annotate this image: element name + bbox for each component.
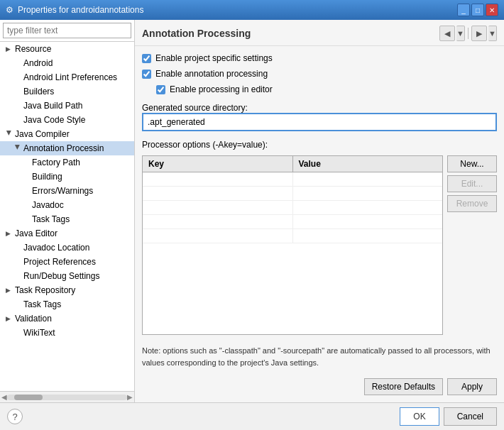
tree-arrow-validation: ▶ bbox=[6, 315, 13, 322]
tree-item-building[interactable]: ▶ Building bbox=[0, 170, 134, 184]
tree-item-task-tags-child[interactable]: ▶ Task Tags bbox=[0, 212, 134, 226]
table-action-buttons: New... Edit... Remove bbox=[447, 155, 497, 335]
remove-button[interactable]: Remove bbox=[447, 195, 497, 212]
tree-item-resource[interactable]: ▶ Resource bbox=[0, 42, 134, 56]
scroll-thumb[interactable] bbox=[14, 395, 43, 400]
processing-editor-row: Enable processing in editor bbox=[142, 84, 497, 94]
tree-label-android-lint: Android Lint Preferences bbox=[23, 72, 117, 82]
filter-box bbox=[0, 20, 134, 42]
restore-defaults-button[interactable]: Restore Defaults bbox=[364, 378, 443, 395]
note-text: Note: options such as "-classpath" and "… bbox=[142, 341, 497, 371]
new-button[interactable]: New... bbox=[447, 155, 497, 172]
note-content: Note: options such as "-classpath" and "… bbox=[142, 346, 491, 367]
window-icon: ⚙ bbox=[6, 5, 13, 15]
table-cell-value bbox=[293, 172, 443, 186]
tree-item-java-build-path[interactable]: ▶ Java Build Path bbox=[0, 99, 134, 113]
tree-arrow-java-editor: ▶ bbox=[6, 230, 13, 237]
tree-item-project-references[interactable]: ▶ Project References bbox=[0, 255, 134, 269]
tree-label-run-debug: Run/Debug Settings bbox=[23, 271, 99, 281]
tree-label-project-references: Project References bbox=[23, 257, 96, 267]
table-cell-key bbox=[143, 187, 293, 200]
tree-label-java-build-path: Java Build Path bbox=[23, 101, 82, 111]
tree-item-javadoc[interactable]: ▶ Javadoc bbox=[0, 198, 134, 212]
close-button[interactable]: ✕ bbox=[486, 4, 498, 16]
table-cell-value bbox=[293, 215, 443, 228]
tree-item-java-compiler[interactable]: ▶ Java Compiler bbox=[0, 127, 134, 141]
tree-container: ▶ Resource ▶ Android ▶ Android Lint Pref… bbox=[0, 42, 134, 391]
tree-item-builders[interactable]: ▶ Builders bbox=[0, 84, 134, 99]
right-panel: Annotation Processing ◀ ▼ ▶ ▼ bbox=[135, 20, 504, 402]
right-body: Enable project specific settings Enable … bbox=[135, 46, 504, 402]
table-row bbox=[143, 215, 442, 229]
filter-input[interactable] bbox=[3, 23, 131, 38]
help-button[interactable]: ? bbox=[7, 409, 23, 424]
footer-bar: ? OK Cancel bbox=[0, 402, 504, 430]
edit-button[interactable]: Edit... bbox=[447, 175, 497, 192]
table-cell-key bbox=[143, 215, 293, 228]
tree-item-android-lint[interactable]: ▶ Android Lint Preferences bbox=[0, 70, 134, 84]
annotation-processing-checkbox[interactable] bbox=[142, 70, 151, 79]
project-specific-checkbox[interactable] bbox=[142, 54, 151, 63]
tree-label-wikitext: WikiText bbox=[23, 328, 55, 338]
tree-item-java-code-style[interactable]: ▶ Java Code Style bbox=[0, 113, 134, 127]
minimize-button[interactable]: _ bbox=[457, 4, 470, 16]
tree-item-java-editor[interactable]: ▶ Java Editor bbox=[0, 226, 134, 241]
tree-item-task-repository[interactable]: ▶ Task Repository bbox=[0, 283, 134, 297]
tree-label-resource: Resource bbox=[15, 44, 51, 54]
tree-label-validation: Validation bbox=[15, 314, 52, 324]
tree-label-errors-warnings: Errors/Warnings bbox=[32, 186, 93, 196]
tree-item-run-debug[interactable]: ▶ Run/Debug Settings bbox=[0, 269, 134, 283]
tree-label-java-code-style: Java Code Style bbox=[23, 115, 85, 125]
table-cell-key bbox=[143, 201, 293, 214]
window-title: Properties for androidannotations bbox=[18, 5, 143, 15]
back-dropdown-icon: ▼ bbox=[456, 29, 464, 38]
table-row bbox=[143, 201, 442, 215]
tree-arrow-resource: ▶ bbox=[6, 45, 13, 53]
main-content: ▶ Resource ▶ Android ▶ Android Lint Pref… bbox=[0, 20, 504, 402]
nav-back-button[interactable]: ◀ bbox=[439, 26, 455, 41]
annotation-processing-label: Enable annotation processing bbox=[155, 69, 268, 79]
generated-source-input[interactable] bbox=[142, 113, 497, 131]
ok-button[interactable]: OK bbox=[400, 407, 439, 426]
processing-editor-label: Enable processing in editor bbox=[170, 84, 273, 94]
tree-item-validation[interactable]: ▶ Validation bbox=[0, 312, 134, 326]
nav-forward-dropdown[interactable]: ▼ bbox=[488, 26, 497, 41]
tree-item-javadoc-location[interactable]: ▶ Javadoc Location bbox=[0, 241, 134, 255]
back-arrow-icon: ◀ bbox=[444, 29, 450, 38]
processor-options-label: Processor options (-Akey=value): bbox=[142, 140, 497, 150]
apply-button[interactable]: Apply bbox=[447, 378, 497, 395]
column-key: Key bbox=[143, 156, 293, 172]
tree-arrow-java-compiler: ▶ bbox=[6, 131, 13, 138]
cancel-button[interactable]: Cancel bbox=[444, 407, 497, 426]
tree-item-wikitext[interactable]: ▶ WikiText bbox=[0, 326, 134, 340]
tree-item-task-tags-root[interactable]: ▶ Task Tags bbox=[0, 297, 134, 312]
action-buttons-row: Restore Defaults Apply bbox=[142, 377, 497, 395]
tree-item-factory-path[interactable]: ▶ Factory Path bbox=[0, 155, 134, 170]
table-row bbox=[143, 172, 442, 187]
project-specific-label: Enable project specific settings bbox=[155, 53, 273, 63]
help-icon: ? bbox=[12, 412, 17, 422]
scroll-track[interactable] bbox=[7, 395, 127, 400]
tree-label-builders: Builders bbox=[23, 87, 54, 97]
tree-label-task-repository: Task Repository bbox=[15, 285, 75, 295]
nav-forward-button[interactable]: ▶ bbox=[471, 26, 487, 41]
table-body[interactable] bbox=[143, 172, 442, 334]
tree-item-annotation-processing[interactable]: ▶ Annotation Processin bbox=[0, 141, 134, 155]
project-specific-row: Enable project specific settings bbox=[142, 53, 497, 63]
tree-label-task-tags-child: Task Tags bbox=[32, 214, 70, 224]
tree-item-android[interactable]: ▶ Android bbox=[0, 56, 134, 70]
processing-editor-checkbox[interactable] bbox=[156, 85, 165, 94]
table-header: Key Value bbox=[143, 156, 442, 172]
table-cell-value bbox=[293, 187, 443, 200]
tree-label-javadoc: Javadoc bbox=[32, 200, 64, 210]
column-value: Value bbox=[293, 156, 443, 172]
right-panel-title: Annotation Processing bbox=[142, 28, 251, 39]
table-row bbox=[143, 187, 442, 201]
forward-arrow-icon: ▶ bbox=[476, 29, 482, 38]
nav-back-dropdown[interactable]: ▼ bbox=[456, 26, 465, 41]
horizontal-scrollbar[interactable]: ◀ ▶ bbox=[0, 391, 134, 402]
processor-table: Key Value bbox=[142, 155, 443, 335]
maximize-button[interactable]: □ bbox=[471, 4, 484, 16]
tree-item-errors-warnings[interactable]: ▶ Errors/Warnings bbox=[0, 184, 134, 198]
nav-separator bbox=[468, 28, 469, 39]
